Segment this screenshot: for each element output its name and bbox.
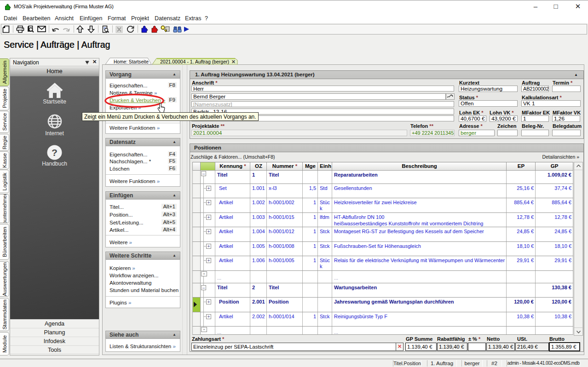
svg-text:?: ?	[52, 147, 58, 158]
